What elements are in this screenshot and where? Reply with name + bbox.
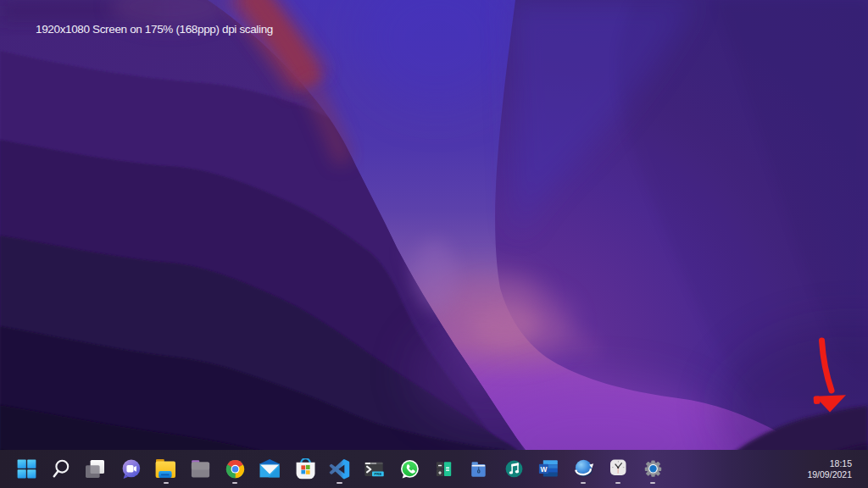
svg-text:PRE: PRE [375,472,382,476]
svg-text:W: W [541,465,548,474]
